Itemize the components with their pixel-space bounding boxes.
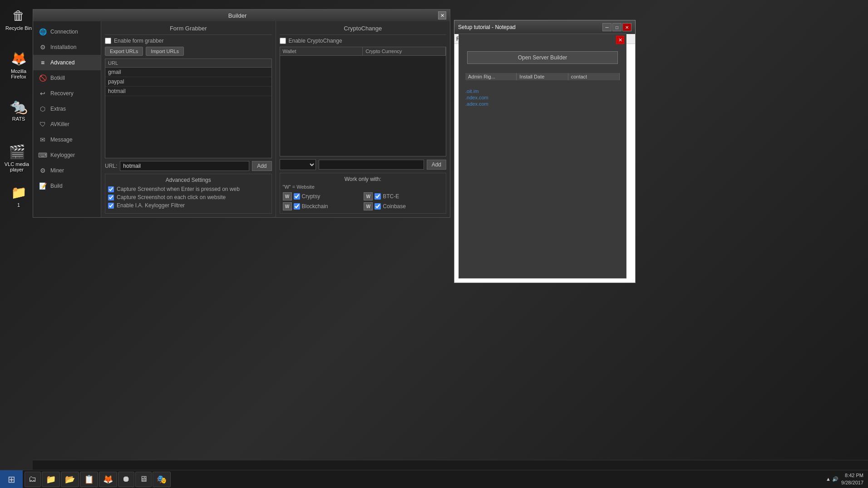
open-server-builder-btn[interactable]: Open Server Builder (467, 51, 618, 64)
export-urls-btn[interactable]: Export URLs (105, 47, 143, 56)
desktop-icon-folder[interactable]: 📁 1 (3, 181, 35, 210)
notepad-link-1[interactable]: .oit.im (465, 88, 620, 94)
sidebar-label-advanced: Advanced (50, 59, 74, 66)
enable-ia-keylogger-label: Enable I.A. Keylogger Filtrer (117, 202, 185, 209)
taskbar-item-2[interactable]: 📂 (61, 472, 79, 487)
build-icon: 📝 (39, 182, 47, 190)
taskbar-item-5[interactable]: ⏺ (118, 472, 134, 487)
sidebar-label-recovery: Recovery (50, 90, 74, 97)
rats-icon: 🐀 (10, 97, 28, 115)
btce-checkbox[interactable] (375, 193, 381, 200)
add-url-btn[interactable]: Add (252, 161, 271, 171)
firefox-icon: 🦊 (10, 49, 28, 68)
blockchain-label: Blockchain (302, 203, 328, 210)
sidebar-item-installation[interactable]: ⚙ Installation (33, 39, 101, 55)
taskbar-item-6[interactable]: 🖥 (135, 472, 152, 487)
status-bar (33, 460, 868, 470)
sidebar-item-extras[interactable]: ⬡ Extras (33, 101, 101, 117)
notepad-titlebar[interactable]: Setup tutorial - Notepad ─ □ ✕ (454, 20, 635, 34)
sidebar-item-recovery[interactable]: ↩ Recovery (33, 86, 101, 101)
notepad-table: Admin Rig... Install Date contact (464, 71, 621, 83)
sidebar-label-build: Build (50, 183, 63, 189)
blockchain-checkbox[interactable] (294, 203, 300, 210)
sidebar-item-message[interactable]: ✉ Message (33, 132, 101, 147)
taskbar-item-7[interactable]: 🎭 (153, 472, 171, 487)
taskbar-icon-3: 📋 (84, 474, 94, 484)
desktop-icon-vlc[interactable]: 🎬 VLC media player (1, 141, 33, 174)
taskbar-item-0[interactable]: 🗂 (25, 472, 41, 487)
import-urls-btn[interactable]: Import URLs (146, 47, 184, 56)
miner-icon: ⚙ (39, 166, 47, 175)
content-panels: Form Grabber Enable form grabber Export … (101, 21, 450, 217)
notepad-close-btn[interactable]: ✕ (622, 23, 631, 31)
coinbase-w-badge: W (364, 202, 373, 210)
cryptsy-checkbox[interactable] (294, 193, 300, 200)
work-item-coinbase: W Coinbase (364, 202, 443, 210)
notepad-link-3[interactable]: .adex.com (465, 101, 620, 107)
notepad-minimize-btn[interactable]: ─ (602, 23, 612, 31)
url-row-gmail[interactable]: gmail (105, 68, 271, 77)
start-button[interactable]: ⊞ (0, 470, 23, 488)
taskbar-icon-4: 🦊 (103, 474, 113, 484)
sidebar-label-extras: Extras (50, 106, 66, 112)
url-row-paypal[interactable]: paypal (105, 77, 271, 87)
sidebar: 🌐 Connection ⚙ Installation ≡ Advanced 🚫… (33, 21, 101, 217)
notepad-link-2[interactable]: .ndex.com (465, 95, 620, 100)
capture-screenshot-enter-checkbox[interactable] (108, 186, 114, 192)
panel-close-btn[interactable]: ✕ (616, 36, 624, 44)
url-row-hotmail[interactable]: hotmail (105, 87, 271, 96)
sidebar-item-build[interactable]: 📝 Build (33, 178, 101, 194)
wallet-col-header: Wallet (280, 47, 363, 55)
url-table: URL gmail paypal hotmail (105, 59, 272, 158)
sidebar-item-miner[interactable]: ⚙ Miner (33, 163, 101, 178)
rats-label: RATS (12, 116, 25, 122)
blockchain-w-badge: W (283, 202, 292, 210)
capture-screenshot-enter-row: Capture Screenshot when Enter is pressed… (108, 186, 269, 192)
recovery-icon: ↩ (39, 89, 47, 98)
advanced-icon: ≡ (39, 59, 47, 67)
builder-titlebar: Builder ✕ (33, 10, 450, 21)
enable-crypto-checkbox[interactable] (280, 38, 286, 44)
crypto-select[interactable] (280, 159, 316, 170)
enable-ia-keylogger-checkbox[interactable] (108, 203, 114, 209)
sidebar-item-keylogger[interactable]: ⌨ Keylogger (33, 147, 101, 163)
avkiller-icon: 🛡 (39, 120, 47, 128)
coinbase-checkbox[interactable] (375, 203, 381, 210)
keylogger-icon: ⌨ (39, 151, 47, 159)
taskbar-clock: 8:42 PM 9/28/2017 (841, 472, 863, 486)
taskbar-item-1[interactable]: 📁 (42, 472, 60, 487)
desktop-icon-firefox[interactable]: 🦊 Mozilla Firefox (3, 48, 35, 81)
desktop-icon-recycle-bin[interactable]: 🗑 Recycle Bin (3, 5, 35, 33)
url-input-row: URL: Add (105, 161, 272, 171)
capture-screenshot-click-checkbox[interactable] (108, 195, 114, 200)
btce-label: BTC-E (383, 193, 399, 200)
taskbar-icon-7: 🎭 (157, 474, 167, 484)
sidebar-item-connection[interactable]: 🌐 Connection (33, 24, 101, 39)
notepad-maximize-btn[interactable]: □ (612, 23, 621, 31)
advanced-settings-section: Advanced Settings Capture Screenshot whe… (105, 174, 272, 214)
taskbar-item-3[interactable]: 📋 (80, 472, 98, 487)
url-field-label: URL: (105, 163, 117, 169)
notepad-col-admin: Admin Rig... (465, 73, 517, 80)
sidebar-item-avkiller[interactable]: 🛡 AVKiller (33, 117, 101, 132)
taskbar-icon-0: 🗂 (29, 474, 37, 484)
form-grabber-btn-row: Export URLs Import URLs (105, 47, 272, 56)
botkill-icon: 🚫 (39, 74, 47, 82)
notepad-title: Setup tutorial - Notepad (458, 24, 602, 30)
builder-close-btn[interactable]: ✕ (438, 11, 446, 20)
taskbar-item-4[interactable]: 🦊 (99, 472, 117, 487)
clock-time: 8:42 PM (841, 472, 863, 479)
enable-form-grabber-checkbox[interactable] (105, 38, 111, 44)
crypto-address-input[interactable] (319, 160, 424, 170)
sidebar-item-botkill[interactable]: 🚫 Botkill (33, 70, 101, 86)
url-input-field[interactable] (120, 161, 249, 171)
sidebar-item-advanced[interactable]: ≡ Advanced (33, 55, 101, 70)
tray-icons: ▲ 🔊 (826, 476, 838, 482)
taskbar: ⊞ 🗂 📁 📂 📋 🦊 ⏺ 🖥 🎭 ▲ 🔊 8:42 PM 9/28 (0, 470, 868, 488)
sidebar-label-message: Message (50, 137, 73, 143)
enable-form-grabber-row: Enable form grabber (105, 38, 272, 44)
capture-screenshot-click-row: Capture Screenshot on each click on webs… (108, 194, 269, 200)
desktop-icon-rats[interactable]: 🐀 RATS (3, 95, 35, 123)
vlc-label: VLC media player (3, 161, 31, 172)
add-crypto-btn[interactable]: Add (427, 160, 446, 170)
